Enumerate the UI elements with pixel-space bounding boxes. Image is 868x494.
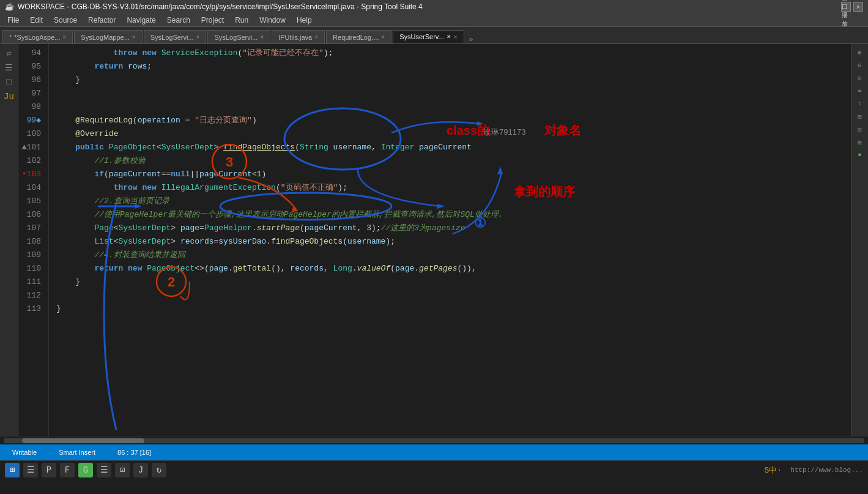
sidebar-icon-3[interactable]: □	[3, 76, 15, 88]
code-area[interactable]: throw new ServiceException("记录可能已经不存在");…	[49, 44, 851, 436]
taskbar-icon-3[interactable]: P	[42, 463, 56, 477]
menu-navigate[interactable]: Navigate	[122, 15, 160, 26]
code-line-98	[56, 100, 851, 114]
taskbar-icon-9[interactable]: ↻	[152, 463, 166, 477]
menu-search[interactable]: Search	[162, 15, 195, 26]
tab-close[interactable]: ×	[381, 34, 385, 40]
window-mode-btn[interactable]: 小窗口播放	[841, 2, 851, 12]
ime-indicator: S中·	[765, 465, 782, 476]
tab-requiredlog[interactable]: RequiredLog.... ×	[326, 30, 391, 43]
sidebar-icon-1[interactable]: ⇌	[3, 47, 15, 59]
taskbar-icon-7[interactable]: ⊡	[115, 463, 130, 477]
str-operation-val: "日志分页查询"	[195, 114, 252, 127]
line-num-100: 100	[18, 127, 43, 141]
method-findpageobjects2: findPageObjects	[271, 235, 343, 249]
hscroll-thumb[interactable]	[22, 438, 144, 443]
line-num-104: 104	[18, 181, 43, 195]
kw-new2: new	[142, 181, 156, 195]
menu-bar: File Edit Source Refactor Navigate Searc…	[0, 13, 868, 27]
var-pagecurrent4: pageCurrent	[305, 222, 357, 235]
tab-close[interactable]: ×	[260, 34, 264, 40]
tab-close[interactable]: ×	[454, 34, 458, 40]
tab-close[interactable]: ×	[132, 34, 136, 40]
code-line-108: List<SysUserDept> records=sysUserDao.fin…	[56, 235, 851, 249]
taskbar-start[interactable]: ⊞	[5, 463, 20, 477]
type-integer: Integer	[381, 141, 415, 154]
taskbar-icon-4[interactable]: F	[60, 463, 75, 477]
type-pageobject2: PageObject	[147, 262, 195, 275]
var-operation: operation	[138, 114, 180, 127]
title-bar: ☕ WORKSPACE - CGB-DB-SYS-V3.01/src/main/…	[0, 0, 868, 13]
right-icon-4[interactable]: ≡	[855, 85, 866, 96]
line-num-110: 110	[18, 262, 43, 275]
tab-syslogmappe[interactable]: SysLogMappe... ×	[74, 30, 142, 43]
line-num-112: 112	[18, 289, 43, 302]
line-numbers: 94 95 96 97 98 99◆ 100 ▲101 102 •103 104…	[18, 44, 49, 436]
status-mode: Writable	[7, 449, 42, 456]
tab-close[interactable]: ×	[63, 34, 67, 40]
tab-syslogaspe[interactable]: * *SysLogAspe... ×	[2, 30, 73, 43]
right-icon-7[interactable]: ⊡	[855, 124, 866, 135]
method-findpageobjects: findPageObjects	[223, 141, 295, 154]
type-sysuserdept2: SysUserDept	[118, 222, 171, 235]
menu-project[interactable]: Project	[196, 15, 229, 26]
line-num-113: 113	[18, 302, 43, 316]
type-pagehelper: PageHelper	[204, 222, 252, 235]
str-1: "记录可能已经不存在"	[242, 47, 324, 60]
right-icon-5[interactable]: ↕	[855, 98, 866, 109]
code-line-109: //4.封装查询结果并返回	[56, 249, 851, 262]
annotation-requiredlog: @RequiredLog	[75, 114, 133, 127]
tab-label: SysLogServi...	[214, 34, 258, 41]
type-illegalargument: IllegalArgumentException	[161, 181, 276, 195]
right-icon-8[interactable]: ⊞	[855, 137, 866, 148]
right-icon-6[interactable]: ⊟	[855, 111, 866, 122]
menu-run[interactable]: Run	[230, 15, 253, 26]
taskbar-icon-8[interactable]: J	[133, 463, 148, 477]
tab-close[interactable]: ×	[196, 34, 200, 40]
code-line-103: if(pageCurrent==null||pageCurrent<1)	[56, 168, 851, 181]
taskbar-icon-6[interactable]: ☰	[97, 463, 111, 477]
tab-sysuserserv[interactable]: SysUserServ... ✕ ×	[393, 30, 464, 43]
tab-close[interactable]: ×	[314, 34, 318, 40]
tab-iputils[interactable]: IPUtils.java ×	[272, 30, 325, 43]
horizontal-scrollbar[interactable]	[0, 436, 868, 444]
menu-refactor[interactable]: Refactor	[83, 15, 121, 26]
var-pagecurrent3: pageCurrent	[199, 168, 252, 181]
code-line-94: throw new ServiceException("记录可能已经不存在");	[56, 47, 851, 60]
right-icon-1[interactable]: ⊕	[855, 47, 866, 58]
line-num-108: 108	[18, 235, 43, 249]
type-sysuserdept3: SysUserDept	[118, 235, 171, 249]
right-panel: ⊕ ⊖ ⊙ ≡ ↕ ⊟ ⊡ ⊞ ●	[851, 44, 868, 436]
sidebar-icon-4[interactable]: Ju	[3, 91, 15, 103]
menu-file[interactable]: File	[2, 15, 24, 26]
code-line-111: }	[56, 275, 851, 289]
title-bar-left: ☕ WORKSPACE - CGB-DB-SYS-V3.01/src/main/…	[5, 2, 423, 11]
taskbar: ⊞ ☰ P F G ☰ ⊡ J ↻ S中· http://www.blog...	[0, 460, 868, 479]
var-page2: page	[209, 262, 228, 275]
right-icon-3[interactable]: ⊙	[855, 72, 866, 83]
var-username2: username	[347, 235, 385, 249]
line-num-103: •103	[18, 168, 43, 181]
title-bar-controls: 小窗口播放 ×	[841, 2, 863, 12]
type-sysuserdept: SysUserDept	[161, 141, 214, 154]
menu-window[interactable]: Window	[254, 15, 291, 26]
menu-help[interactable]: Help	[292, 15, 317, 26]
tab-label: SysLogServi...	[150, 34, 194, 41]
app-icon: ☕	[5, 2, 14, 11]
tab-label: SysLogMappe...	[81, 34, 130, 41]
kw-new: new	[142, 47, 156, 60]
taskbar-icon-5[interactable]: G	[78, 463, 93, 477]
tab-syslogservi1[interactable]: SysLogServi... ×	[144, 30, 207, 43]
close-btn[interactable]: ×	[853, 2, 863, 12]
right-icon-2[interactable]: ⊖	[855, 59, 866, 70]
editor-container: ⇌ ☰ □ Ju 94 95 96 97 98 99◆ 100 ▲101 102…	[0, 44, 868, 436]
code-line-100: @Override	[56, 127, 851, 141]
tab-syslogservi2[interactable]: SysLogServi... ×	[207, 30, 270, 43]
sidebar-icon-2[interactable]: ☰	[3, 61, 15, 73]
taskbar-icon-2[interactable]: ☰	[23, 463, 38, 477]
line-num-96: 96	[18, 73, 43, 87]
right-icon-green[interactable]: ●	[855, 149, 866, 160]
menu-edit[interactable]: Edit	[25, 15, 48, 26]
menu-source[interactable]: Source	[49, 15, 82, 26]
tab-overflow[interactable]: »	[466, 35, 477, 43]
